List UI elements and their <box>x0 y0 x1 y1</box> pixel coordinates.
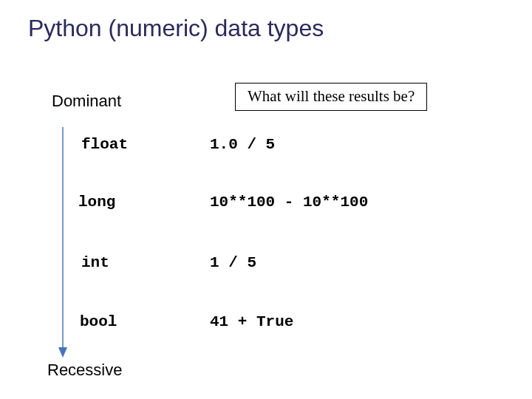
expr-int: 1 / 5 <box>210 254 256 271</box>
type-bool-label: bool <box>80 313 117 330</box>
question-box: What will these results be? <box>235 83 427 111</box>
expr-long: 10**100 - 10**100 <box>210 194 368 211</box>
expr-bool: 41 + True <box>210 313 293 330</box>
down-arrow-icon <box>56 127 71 359</box>
type-long-label: long <box>78 194 115 211</box>
slide-title: Python (numeric) data types <box>28 15 324 42</box>
svg-marker-1 <box>58 347 67 358</box>
expr-float: 1.0 / 5 <box>210 136 275 153</box>
type-float-label: float <box>81 136 128 153</box>
recessive-label: Recessive <box>47 361 122 380</box>
type-int-label: int <box>81 254 109 271</box>
dominant-label: Dominant <box>52 92 121 111</box>
